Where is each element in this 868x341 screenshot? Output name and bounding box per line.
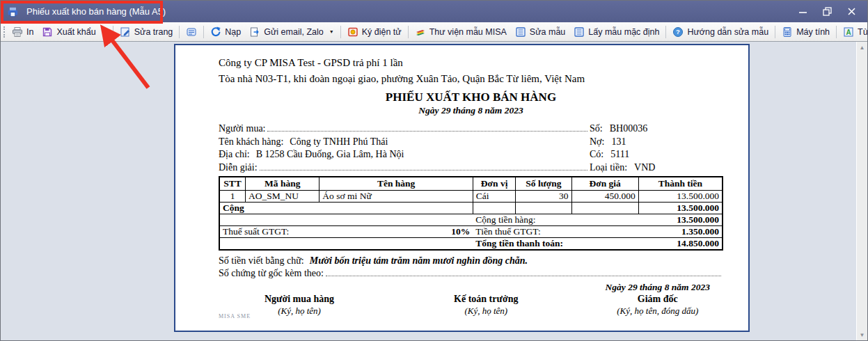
- scroll-up-icon[interactable]: ▲: [857, 42, 867, 53]
- customize-button[interactable]: A Tùy chỉnh: [839, 24, 868, 40]
- amount-in-words: Số tiền viết bằng chữ:Mười bốn triệu tám…: [219, 255, 723, 267]
- edit-page-button[interactable]: Sửa trang: [116, 24, 177, 40]
- vat-rate-label: Thuế suất GTGT:: [223, 226, 289, 237]
- chevron-down-icon[interactable]: ▼: [102, 29, 106, 34]
- col-header: Thành tiền: [638, 177, 723, 191]
- printer-icon: [12, 26, 23, 38]
- toolbar-separator: [113, 26, 113, 38]
- refresh-icon: [210, 26, 221, 38]
- address-label: Địa chỉ:: [219, 148, 250, 161]
- chevron-down-icon[interactable]: ▼: [329, 29, 334, 34]
- customer-value: Công ty TNHH Phú Thái: [290, 136, 388, 149]
- print-button[interactable]: In: [8, 24, 38, 40]
- dotted-leader: [267, 122, 587, 132]
- col-header: Tên hàng: [319, 177, 473, 191]
- document-preview: Công ty CP MISA Test - GPSD trả phí 1 lầ…: [174, 44, 750, 332]
- signature-note: (Ký, họ tên): [380, 305, 592, 317]
- pages-icon: [186, 26, 197, 38]
- help-label: Hướng dẫn sửa mẫu: [687, 27, 768, 37]
- cell-don-gia: 450.000: [571, 191, 638, 203]
- table-total-row: Cộng 13.500.000: [219, 203, 723, 214]
- vat-rate-value: 10%: [451, 226, 470, 237]
- info-row-buyer: Người mua: Số: BH00036: [219, 122, 723, 136]
- default-template-label: Lấy mẫu mặc định: [588, 27, 659, 37]
- scroll-down-icon[interactable]: ▼: [857, 329, 867, 340]
- document-title: PHIẾU XUẤT KHO BÁN HÀNG: [219, 90, 723, 104]
- window-title: Phiếu xuất kho bán hàng (Mẫu A5): [26, 6, 166, 17]
- reload-button[interactable]: Nạp: [206, 24, 245, 40]
- esign-seal-icon: [347, 26, 358, 38]
- send-email-button[interactable]: Gửi email, Zalo ▼: [245, 24, 338, 40]
- toolbar-separator: [179, 26, 180, 38]
- toolbar-separator: [836, 26, 837, 38]
- vat-amount-value: 1.350.000: [681, 226, 719, 237]
- edit-template-label: Sửa mẫu: [530, 27, 565, 37]
- edit-page-label: Sửa trang: [134, 27, 173, 37]
- toolbar-grip[interactable]: [3, 26, 5, 38]
- default-template-button[interactable]: Lấy mẫu mặc định: [569, 24, 663, 40]
- calculator-icon: [782, 26, 793, 38]
- number-label: Số:: [590, 122, 603, 136]
- document-date: Ngày 29 tháng 8 năm 2023: [219, 105, 723, 116]
- amount-in-words-value: Mười bốn triệu tám trăm năm mươi nghìn đ…: [310, 255, 528, 266]
- dotted-leader: [260, 161, 587, 170]
- vertical-scrollbar[interactable]: ▲ ▼: [856, 42, 867, 340]
- address-value: B 1258 Cầu Đuống, Gia Lâm, Hà Nội: [256, 148, 404, 161]
- summary-row-grand-total: Tổng tiền thanh toán: 14.850.000: [219, 238, 723, 251]
- help-button[interactable]: ? Hướng dẫn sửa mẫu: [668, 24, 773, 40]
- col-header: Số lượng: [516, 177, 571, 191]
- send-email-label: Gửi email, Zalo: [264, 27, 323, 37]
- credit-label: Có:: [590, 148, 603, 161]
- window-controls: [798, 7, 867, 16]
- attached-docs-label: Số chứng từ gốc kèm theo:: [219, 267, 324, 280]
- signature-note: (Ký, họ tên, đóng dấu): [592, 305, 724, 317]
- col-header: Đơn giá: [571, 177, 638, 191]
- book-icon: [415, 26, 426, 38]
- cell-so-luong: 30: [516, 191, 571, 203]
- form-icon: [515, 26, 526, 38]
- restore-button[interactable]: [823, 7, 832, 16]
- sign-date: Ngày 29 tháng 8 năm 2023: [592, 281, 724, 293]
- pages-button[interactable]: [182, 24, 201, 40]
- cell-thanh-tien: 13.500.000: [638, 191, 723, 203]
- toolbar-separator: [775, 26, 775, 38]
- signature-director: Giám đốc (Ký, họ tên, đóng dấu): [592, 293, 724, 317]
- info-section: Người mua: Số: BH00036 Tên khách hàng: C…: [219, 122, 723, 174]
- customize-label: Tùy chỉnh: [858, 27, 868, 37]
- close-button[interactable]: [847, 7, 856, 16]
- esign-button[interactable]: Ký điện tử: [343, 24, 406, 40]
- buyer-label: Người mua:: [219, 122, 265, 136]
- signature-title: Người mua hàng: [219, 293, 380, 305]
- export-button[interactable]: Xuất khẩu ▼: [38, 24, 110, 40]
- items-table: STT Mã hàng Tên hàng Đơn vị Số lượng Đơn…: [219, 176, 723, 251]
- signature-title: Kế toán trưởng: [380, 293, 592, 305]
- company-address: Tòa nhà N03-T1, khi đoàn ngoại giao, phư…: [219, 71, 723, 87]
- debit-value: 131: [611, 136, 626, 149]
- template-library-label: Thư viện mẫu MISA: [429, 27, 507, 37]
- credit-value: 5111: [610, 148, 629, 161]
- customize-icon: A: [843, 26, 854, 38]
- minimize-button[interactable]: [798, 7, 807, 16]
- currency-label: Loại tiền:: [590, 161, 627, 175]
- info-row-customer: Tên khách hàng: Công ty TNHH Phú Thái Nợ…: [219, 136, 723, 149]
- calculator-button[interactable]: Máy tính: [778, 24, 834, 40]
- cell-don-vi: Cái: [473, 191, 515, 203]
- amount-in-words-label: Số tiền viết bằng chữ:: [219, 255, 304, 266]
- template-library-button[interactable]: Thư viện mẫu MISA: [411, 24, 511, 40]
- cell-ma-hang: AO_SM_NU: [246, 191, 319, 203]
- table-row: 1 AO_SM_NU Áo sơ mi Nữ Cái 30 450.000 13…: [219, 191, 723, 203]
- watermark: MISA SME: [219, 313, 251, 319]
- app-window: Phiếu xuất kho bán hàng (Mẫu A5) In: [0, 0, 868, 341]
- col-header: Mã hàng: [246, 177, 319, 191]
- currency-value: VND: [634, 161, 655, 175]
- col-header: Đơn vị: [473, 177, 515, 191]
- company-name: Công ty CP MISA Test - GPSD trả phí 1 lầ…: [219, 55, 723, 71]
- signature-chief-accountant: Kế toán trưởng (Ký, họ tên): [380, 293, 592, 317]
- toolbar-separator: [408, 26, 409, 38]
- info-row-description: Diễn giải: Loại tiền: VND: [219, 161, 723, 175]
- calculator-label: Máy tính: [796, 27, 830, 37]
- export-label: Xuất khẩu: [56, 27, 95, 37]
- question-icon: ?: [672, 26, 684, 38]
- reload-label: Nạp: [225, 27, 241, 37]
- edit-template-button[interactable]: Sửa mẫu: [511, 24, 569, 40]
